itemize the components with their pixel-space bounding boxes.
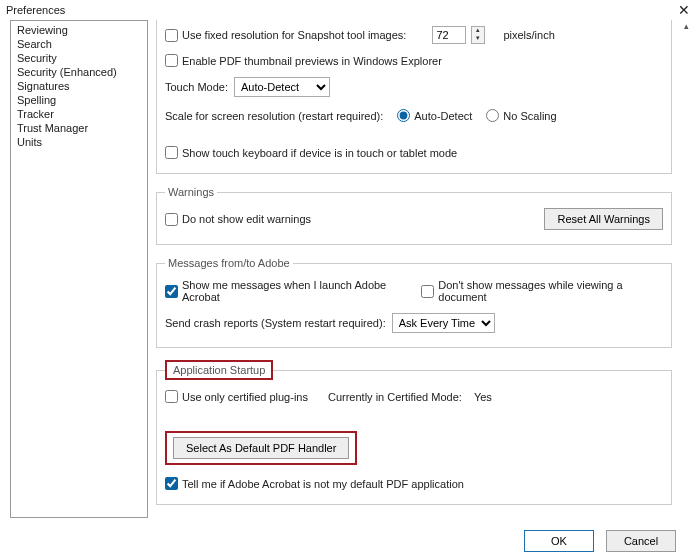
sidebar-item-security-enhanced[interactable]: Security (Enhanced) <box>11 65 147 79</box>
dont-show-edit-warnings-label: Do not show edit warnings <box>182 213 311 225</box>
dont-show-edit-warnings-checkbox[interactable]: Do not show edit warnings <box>165 213 311 226</box>
application-startup-section: Application Startup Use only certified p… <box>156 360 672 505</box>
certified-plugins-label: Use only certified plug-ins <box>182 391 308 403</box>
sidebar-item-tracker[interactable]: Tracker <box>11 107 147 121</box>
scale-resolution-label: Scale for screen resolution (restart req… <box>165 110 383 122</box>
application-startup-legend: Application Startup <box>165 360 273 380</box>
fixed-resolution-stepper[interactable]: ▴▾ <box>471 26 485 44</box>
scale-auto-detect-text: Auto-Detect <box>414 110 472 122</box>
dont-show-viewing-messages-label: Don't show messages while viewing a docu… <box>438 279 663 303</box>
warnings-legend: Warnings <box>165 186 217 198</box>
close-icon[interactable]: ✕ <box>674 2 694 18</box>
scale-no-scaling-radio[interactable]: No Scaling <box>486 109 556 122</box>
thumbnail-preview-label: Enable PDF thumbnail previews in Windows… <box>182 55 442 67</box>
cancel-button[interactable]: Cancel <box>606 530 676 552</box>
fixed-resolution-checkbox[interactable]: Use fixed resolution for Snapshot tool i… <box>165 29 406 42</box>
fixed-resolution-input[interactable] <box>432 26 466 44</box>
certified-mode-label: Currently in Certified Mode: <box>328 391 462 403</box>
scale-auto-detect-radio[interactable]: Auto-Detect <box>397 109 472 122</box>
tell-me-default-pdf-label: Tell me if Adobe Acrobat is not my defau… <box>182 478 464 490</box>
touch-mode-select[interactable]: Auto-Detect <box>234 77 330 97</box>
sidebar-item-reviewing[interactable]: Reviewing <box>11 23 147 37</box>
crash-reports-select[interactable]: Ask Every Time <box>392 313 495 333</box>
certified-plugins-checkbox[interactable]: Use only certified plug-ins <box>165 390 308 403</box>
scroll-up-icon[interactable]: ▴ <box>679 20 694 35</box>
select-default-pdf-handler-button[interactable]: Select As Default PDF Handler <box>173 437 349 459</box>
crash-reports-label: Send crash reports (System restart requi… <box>165 317 386 329</box>
touch-keyboard-checkbox[interactable]: Show touch keyboard if device is in touc… <box>165 146 457 159</box>
tell-me-default-pdf-checkbox[interactable]: Tell me if Adobe Acrobat is not my defau… <box>165 477 464 490</box>
window-title: Preferences <box>6 4 65 16</box>
show-launch-messages-label: Show me messages when I launch Adobe Acr… <box>182 279 415 303</box>
sidebar-item-security[interactable]: Security <box>11 51 147 65</box>
fixed-resolution-label: Use fixed resolution for Snapshot tool i… <box>182 29 406 41</box>
sidebar-item-signatures[interactable]: Signatures <box>11 79 147 93</box>
messages-section: Messages from/to Adobe Show me messages … <box>156 257 672 348</box>
touch-keyboard-label: Show touch keyboard if device is in touc… <box>182 147 457 159</box>
sidebar-item-search[interactable]: Search <box>11 37 147 51</box>
sidebar-item-spelling[interactable]: Spelling <box>11 93 147 107</box>
dont-show-viewing-messages-checkbox[interactable]: Don't show messages while viewing a docu… <box>421 279 663 303</box>
show-launch-messages-checkbox[interactable]: Show me messages when I launch Adobe Acr… <box>165 279 415 303</box>
touch-mode-label: Touch Mode: <box>165 81 228 93</box>
reset-all-warnings-button[interactable]: Reset All Warnings <box>544 208 663 230</box>
sidebar-item-units[interactable]: Units <box>11 135 147 149</box>
default-pdf-handler-highlight: Select As Default PDF Handler <box>165 431 357 465</box>
messages-legend: Messages from/to Adobe <box>165 257 293 269</box>
warnings-section: Warnings Do not show edit warnings Reset… <box>156 186 672 245</box>
certified-mode-value: Yes <box>474 391 492 403</box>
basic-tools-section: Use fixed resolution for Snapshot tool i… <box>156 20 672 174</box>
thumbnail-preview-checkbox[interactable]: Enable PDF thumbnail previews in Windows… <box>165 54 442 67</box>
sidebar-item-trust-manager[interactable]: Trust Manager <box>11 121 147 135</box>
scale-no-scaling-text: No Scaling <box>503 110 556 122</box>
ok-button[interactable]: OK <box>524 530 594 552</box>
fixed-resolution-unit: pixels/inch <box>503 29 554 41</box>
category-sidebar: Reviewing Search Security Security (Enha… <box>10 20 148 518</box>
